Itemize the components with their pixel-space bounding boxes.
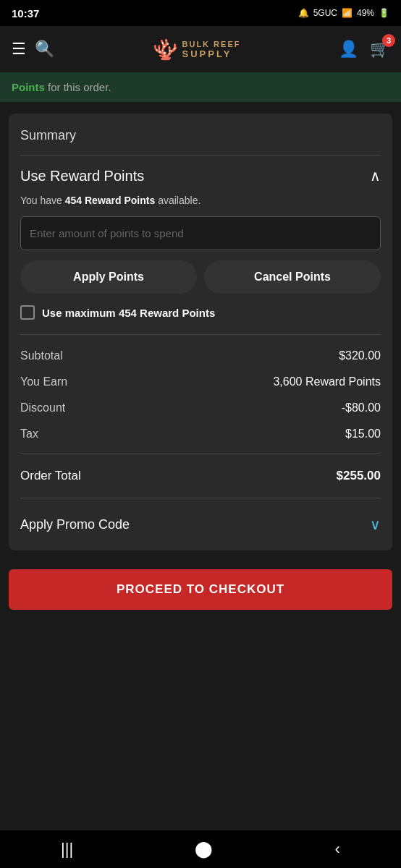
logo-area[interactable]: 🪸 BULK REEF SUPPLY (63, 38, 330, 61)
subtotal-label: Subtotal (20, 349, 63, 362)
logo-text: BULK REEF SUPPLY (182, 40, 241, 59)
divider-after-checkbox (20, 334, 381, 335)
reward-available-text: You have 454 Reward Points available. (20, 195, 381, 206)
points-banner: Points for this order. (0, 72, 401, 102)
order-total-value: $255.00 (337, 469, 381, 483)
signal-text: 5GUC (313, 8, 337, 18)
battery-icon: 🔋 (379, 8, 389, 18)
battery-text: 49% (357, 8, 374, 18)
main-content: Summary Use Reward Points ∧ You have 454… (9, 114, 392, 550)
you-earn-label: You Earn (20, 375, 67, 388)
max-points-label: Use maximum 454 Reward Points (42, 307, 215, 319)
divider-after-total (20, 498, 381, 498)
promo-row[interactable]: Apply Promo Code ∨ (20, 513, 381, 536)
cart-badge: 3 (382, 34, 395, 47)
promo-label: Apply Promo Code (20, 517, 130, 532)
subtotal-row: Subtotal $320.00 (20, 349, 381, 362)
discount-value: -$80.00 (342, 401, 381, 414)
tax-value: $15.00 (345, 427, 381, 441)
logo-line2: SUPPLY (182, 48, 232, 59)
you-earn-value: 3,600 Reward Points (273, 375, 381, 388)
nav-right: 👤 🛒 3 (339, 40, 389, 59)
tax-label: Tax (20, 427, 38, 441)
buttons-row: Apply Points Cancel Points (20, 260, 381, 294)
bottom-menu-icon[interactable]: ||| (46, 834, 88, 864)
cancel-points-button[interactable]: Cancel Points (204, 260, 381, 294)
top-nav: ☰ 🔍 🪸 BULK REEF SUPPLY 👤 🛒 3 (0, 26, 401, 72)
search-icon[interactable]: 🔍 (35, 40, 54, 59)
max-points-checkbox[interactable] (20, 305, 35, 320)
divider-before-total (20, 454, 381, 454)
subtotal-value: $320.00 (339, 349, 381, 362)
points-input[interactable] (20, 216, 381, 250)
max-points-row[interactable]: Use maximum 454 Reward Points (20, 305, 381, 320)
chevron-down-icon[interactable]: ∨ (370, 516, 381, 533)
cart-wrapper[interactable]: 🛒 3 (370, 40, 389, 59)
section-title: Summary (20, 128, 381, 143)
reward-points-count: 454 Reward Points (65, 195, 156, 206)
points-banner-suffix: for this order. (45, 81, 111, 93)
bottom-back-icon[interactable]: ‹ (321, 834, 355, 864)
order-total-label: Order Total (20, 469, 81, 483)
status-bar: 10:37 🔔 5GUC 📶 49% 🔋 (0, 0, 401, 26)
reward-prefix: You have (20, 195, 65, 206)
bottom-nav-bar: ||| ⬤ ‹ (0, 830, 401, 868)
you-earn-row: You Earn 3,600 Reward Points (20, 375, 381, 388)
bottom-home-icon[interactable]: ⬤ (180, 834, 227, 864)
status-time: 10:37 (12, 7, 39, 20)
account-icon[interactable]: 👤 (339, 40, 358, 59)
discount-label: Discount (20, 401, 65, 414)
signal-bars-icon: 📶 (342, 8, 353, 18)
checkout-button[interactable]: PROCEED TO CHECKOUT (9, 569, 392, 610)
logo-mascot-icon: 🪸 (153, 38, 178, 61)
reward-section-title: Use Reward Points (20, 168, 144, 184)
logo-line1: BULK REEF (182, 40, 241, 48)
order-total-row: Order Total $255.00 (20, 469, 381, 483)
apply-points-button[interactable]: Apply Points (20, 260, 197, 294)
reward-header: Use Reward Points ∧ (20, 167, 381, 184)
chevron-up-icon[interactable]: ∧ (370, 167, 381, 184)
tax-row: Tax $15.00 (20, 427, 381, 441)
section-divider (20, 155, 381, 156)
menu-icon[interactable]: ☰ (12, 40, 26, 59)
reward-suffix: available. (155, 195, 200, 206)
points-banner-highlight: Points (12, 81, 45, 93)
status-icons: 🔔 5GUC 📶 49% 🔋 (298, 8, 389, 18)
discount-row: Discount -$80.00 (20, 401, 381, 414)
alarm-icon: 🔔 (298, 8, 309, 18)
